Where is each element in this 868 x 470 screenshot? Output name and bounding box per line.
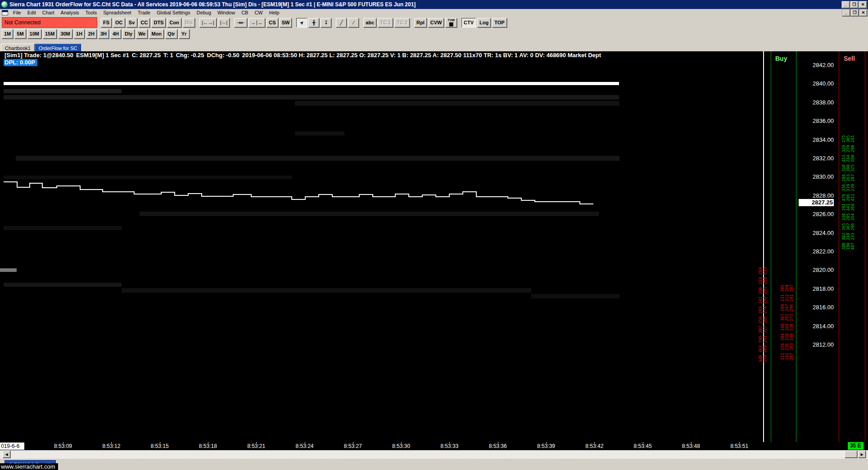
cc-button[interactable]: CC xyxy=(139,18,150,27)
dts-button[interactable]: DTS xyxy=(151,18,166,27)
menu-item-chart[interactable]: Chart xyxy=(39,9,58,16)
decrease-bar-spacing-icon-button[interactable]: ⇥⇤ xyxy=(234,18,247,27)
ctv-button[interactable]: CTV xyxy=(461,18,476,27)
child-minimize-button[interactable]: _ xyxy=(842,9,850,16)
item: DChg: -0.50 xyxy=(206,52,241,59)
buy-column-header[interactable]: Buy xyxy=(775,55,787,62)
menu-item-global-settings[interactable]: Global Settings xyxy=(154,9,194,16)
tvw-button[interactable]: TVW▦ xyxy=(445,18,457,27)
toolbar-buttons: FSOCSvCCDTSConDis|←→||⇔|⇥⇤→∣←CSSW➤╋↧╱∕ab… xyxy=(101,18,508,27)
timeframe-2h[interactable]: 2H xyxy=(86,29,97,39)
fs-button[interactable]: FS xyxy=(101,18,112,27)
crosshair-tool-button[interactable]: ╋ xyxy=(308,18,319,27)
status-line-2: DPL: 0.00P xyxy=(4,59,762,66)
timeframe-30m[interactable]: 30M xyxy=(58,29,72,39)
time-tick-mark xyxy=(691,442,692,443)
menu-item-debug[interactable]: Debug xyxy=(194,9,214,16)
disconnect-button[interactable]: Dis xyxy=(183,18,195,27)
menu-item-spreadsheet[interactable]: Spreadsheet xyxy=(100,9,134,16)
timeframe-15m[interactable]: 15M xyxy=(43,29,57,39)
increase-bar-spacing-icon-button[interactable]: |←→| xyxy=(199,18,217,27)
menu-item-file[interactable]: File xyxy=(10,9,24,16)
menu-item-trade[interactable]: Trade xyxy=(135,9,154,16)
minimize-button[interactable]: _ xyxy=(842,1,850,8)
ask-depth-column: 190 248 367 205 441 286 319 263 390 244 … xyxy=(846,63,850,250)
sw-button[interactable]: SW xyxy=(280,18,292,27)
timeframe-we[interactable]: We xyxy=(136,29,148,39)
time-tick-label: 8:53:48 xyxy=(675,443,707,449)
timeframe-mon[interactable]: Mon xyxy=(149,29,164,39)
time-tick-label: 8:53:30 xyxy=(385,443,417,449)
tc2-button[interactable]: TC 2 xyxy=(394,18,410,27)
time-tick-mark xyxy=(594,442,595,443)
tc1-button[interactable]: TC 1 xyxy=(378,18,393,27)
menu-item-help[interactable]: Help xyxy=(266,9,283,16)
timeframe-1m[interactable]: 1M xyxy=(2,29,13,39)
increase-bar-spacing-alt-icon-button[interactable]: |⇔| xyxy=(218,18,230,27)
close-button[interactable]: ✕ xyxy=(859,1,867,8)
replay-button[interactable]: Rpl xyxy=(414,18,427,27)
ray-tool-button[interactable]: ∕ xyxy=(348,18,359,27)
window-title: Sierra Chart 1931 OrderFlow for SC.Cht S… xyxy=(9,1,841,8)
timeframe-5m[interactable]: 5M xyxy=(14,29,26,39)
menu-item-window[interactable]: Window xyxy=(214,9,238,16)
ask-depth-column: 407 233 296 354 268 412 239 287 325 260 … xyxy=(850,63,855,250)
pointer-tool-button[interactable]: ➤ xyxy=(296,18,307,27)
timeframe-1h[interactable]: 1H xyxy=(74,29,85,39)
price-tick-label: 2838.00 xyxy=(797,99,834,106)
connect-button[interactable]: Con xyxy=(167,18,181,27)
oc-button[interactable]: OC xyxy=(113,18,125,27)
cvw-button[interactable]: CVW xyxy=(428,18,444,27)
timeframe-4h[interactable]: 4H xyxy=(110,29,121,39)
chart-plot-area[interactable]: [Sim1] Trade: 1@2840.50ESM19[M] 1 Sec #1… xyxy=(0,51,868,450)
menu-item-analysis[interactable]: Analysis xyxy=(58,9,82,16)
time-tick-label: 8:53:18 xyxy=(192,443,224,449)
child-close-button[interactable]: ✕ xyxy=(859,9,867,16)
trendline-tool-button[interactable]: ╱ xyxy=(336,18,347,27)
menu-item-edit[interactable]: Edit xyxy=(24,9,39,16)
decrease-bar-spacing-alt-icon-button[interactable]: →∣← xyxy=(249,18,266,27)
timeframe-qtr[interactable]: Qtr xyxy=(165,29,177,39)
timeframe-toolbar: 1M5M10M15M30M1H2H3H4HDlyWeMonQtrYr xyxy=(0,28,868,40)
sv-button[interactable]: Sv xyxy=(127,18,137,27)
time-tick-label: 8:53:12 xyxy=(95,443,127,449)
bid-depth-column: 111 256 394 248 367 289 231 305 xyxy=(780,205,785,360)
chart-window-icon[interactable] xyxy=(2,10,8,15)
time-tick-mark xyxy=(449,442,450,443)
timeframe-10m[interactable]: 10M xyxy=(27,29,41,39)
cs-button[interactable]: CS xyxy=(267,18,278,27)
bid-depth-column: 207 263 249 338 275 296 241 287 xyxy=(789,205,794,360)
sell-column-right-line xyxy=(865,51,865,450)
top-button[interactable]: TOP xyxy=(492,18,506,27)
sierra-chart-logo-icon xyxy=(1,1,8,8)
time-tick-label: 8:53:39 xyxy=(530,443,562,449)
time-tick-label: 8:53:09 xyxy=(47,443,79,449)
menu-item-tools[interactable]: Tools xyxy=(82,9,100,16)
menu-items: FileEditChartAnalysisToolsSpreadsheetTra… xyxy=(10,9,282,16)
price-tick-label: 2822.00 xyxy=(797,248,834,255)
tab-orderflow-for-sc[interactable]: OrderFlow for SC xyxy=(35,44,81,52)
time-scale[interactable]: 019-6-6 8:53:098:53:128:53:158:53:188:53… xyxy=(0,442,868,450)
scroll-left-button[interactable]: ◀ xyxy=(3,451,10,458)
timeframe-dly[interactable]: Dly xyxy=(122,29,135,39)
restore-button[interactable]: ❐ xyxy=(850,1,858,8)
text-tool-button[interactable]: abc xyxy=(363,18,376,27)
child-restore-button[interactable]: ❐ xyxy=(851,9,859,16)
timeframe-yr[interactable]: Yr xyxy=(179,29,190,39)
time-tick-mark xyxy=(498,442,498,443)
sell-column-header[interactable]: Sell xyxy=(844,55,855,62)
menu-item-cb[interactable]: CB xyxy=(238,9,251,16)
timeframe-3h[interactable]: 3H xyxy=(98,29,109,39)
tab-chartbook1[interactable]: Chartbook1 xyxy=(1,44,35,52)
price-tick-label: 2842.00 xyxy=(797,62,834,69)
title-bar: Sierra Chart 1931 OrderFlow for SC.Cht S… xyxy=(0,0,868,9)
menu-item-cw[interactable]: CW xyxy=(251,9,266,16)
log-button[interactable]: Log xyxy=(477,18,491,27)
time-tick-label: 8:53:21 xyxy=(240,443,272,449)
price-tick-label: 2836.00 xyxy=(797,118,834,125)
time-tick-mark xyxy=(401,442,402,443)
horizontal-scrollbar[interactable]: ◀ ▶ xyxy=(0,450,868,459)
scrollbar-thumb[interactable] xyxy=(845,451,857,458)
horizontal-line-tool-button[interactable]: ↧ xyxy=(321,18,331,27)
scroll-right-button[interactable]: ▶ xyxy=(858,451,866,458)
